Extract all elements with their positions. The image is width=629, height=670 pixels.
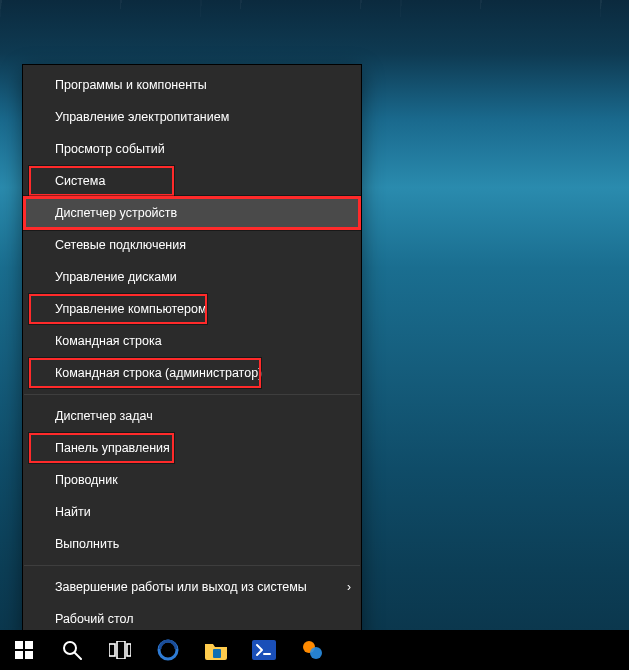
svg-rect-10 [213, 649, 221, 658]
menu-item-explorer[interactable]: Проводник [23, 464, 361, 496]
menu-item-cmd-admin[interactable]: Командная строка (администратор) [23, 357, 361, 389]
winx-context-menu: Программы и компонентыУправление электро… [22, 64, 362, 640]
taskbar [0, 630, 629, 670]
menu-separator [24, 394, 360, 395]
edge-browser[interactable] [144, 630, 192, 670]
svg-rect-1 [25, 641, 33, 649]
menu-item-computer-mgmt[interactable]: Управление компьютером [23, 293, 361, 325]
menu-item-label: Командная строка [55, 334, 162, 348]
svg-rect-0 [15, 641, 23, 649]
menu-item-label: Просмотр событий [55, 142, 165, 156]
menu-item-event-viewer[interactable]: Просмотр событий [23, 133, 361, 165]
menu-item-label: Управление электропитанием [55, 110, 229, 124]
menu-item-search[interactable]: Найти [23, 496, 361, 528]
menu-item-label: Проводник [55, 473, 118, 487]
extra-icon [300, 639, 324, 661]
start-button[interactable] [0, 630, 48, 670]
chevron-right-icon: › [347, 578, 351, 596]
menu-item-label: Выполнить [55, 537, 119, 551]
menu-item-programs-features[interactable]: Программы и компоненты [23, 69, 361, 101]
ps-icon [252, 640, 276, 660]
svg-rect-8 [127, 644, 131, 656]
menu-item-label: Командная строка (администратор) [55, 366, 262, 380]
explorer-icon [204, 640, 228, 660]
svg-rect-2 [15, 651, 23, 659]
file-explorer[interactable] [192, 630, 240, 670]
menu-item-label: Панель управления [55, 441, 170, 455]
menu-item-label: Завершение работы или выход из системы [55, 580, 307, 594]
edge-icon [156, 638, 180, 662]
menu-item-disk-mgmt[interactable]: Управление дисками [23, 261, 361, 293]
svg-rect-3 [25, 651, 33, 659]
menu-item-task-mgr[interactable]: Диспетчер задач [23, 400, 361, 432]
menu-item-label: Программы и компоненты [55, 78, 207, 92]
task-view-button[interactable] [96, 630, 144, 670]
menu-item-label: Управление дисками [55, 270, 177, 284]
menu-item-network-connections[interactable]: Сетевые подключения [23, 229, 361, 261]
menu-item-cmd[interactable]: Командная строка [23, 325, 361, 357]
menu-item-shutdown[interactable]: Завершение работы или выход из системы› [23, 571, 361, 603]
search-button[interactable] [48, 630, 96, 670]
svg-point-4 [64, 642, 76, 654]
search-icon [62, 640, 82, 660]
menu-item-device-manager[interactable]: Диспетчер устройств [23, 197, 361, 229]
menu-item-label: Управление компьютером [55, 302, 207, 316]
powershell[interactable] [240, 630, 288, 670]
svg-point-14 [310, 647, 322, 659]
taskview-icon [109, 641, 131, 659]
menu-item-run[interactable]: Выполнить [23, 528, 361, 560]
menu-separator [24, 565, 360, 566]
svg-rect-6 [109, 644, 115, 656]
svg-rect-11 [252, 640, 276, 660]
windows-icon [15, 641, 33, 659]
menu-item-system[interactable]: Система [23, 165, 361, 197]
menu-item-label: Диспетчер устройств [55, 206, 177, 220]
svg-rect-7 [117, 641, 125, 659]
svg-line-5 [75, 653, 81, 659]
menu-item-control-panel[interactable]: Панель управления [23, 432, 361, 464]
menu-item-label: Система [55, 174, 105, 188]
extra-app[interactable] [288, 630, 336, 670]
menu-item-label: Диспетчер задач [55, 409, 153, 423]
menu-item-label: Найти [55, 505, 91, 519]
menu-item-label: Рабочий стол [55, 612, 133, 626]
menu-item-label: Сетевые подключения [55, 238, 186, 252]
menu-item-power-options[interactable]: Управление электропитанием [23, 101, 361, 133]
